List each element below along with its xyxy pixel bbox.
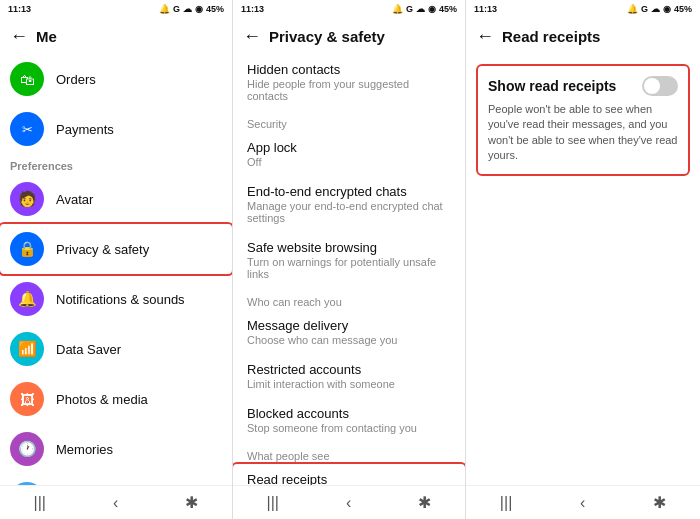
setting-safe-browsing[interactable]: Safe website browsing Turn on warnings f…: [233, 232, 465, 288]
privacy-label: Privacy & safety: [56, 242, 149, 257]
page-title-right: Read receipts: [502, 28, 600, 45]
setting-message-delivery[interactable]: Message delivery Choose who can message …: [233, 310, 465, 354]
time-mid: 11:13: [241, 4, 264, 14]
page-title-mid: Privacy & safety: [269, 28, 385, 45]
mid-scroll: Hidden contacts Hide people from your su…: [233, 54, 465, 485]
safe-browsing-title: Safe website browsing: [247, 240, 451, 255]
top-bar-right: ← Read receipts: [466, 18, 700, 54]
status-icons-mid: 🔔 G ☁ ◉ 45%: [392, 4, 457, 14]
nav-home-left[interactable]: ✱: [185, 493, 198, 512]
left-panel: 11:13 🔔 G ☁ ◉ 45% ← Me 🛍 Orders ✂ Paymen…: [0, 0, 233, 519]
section-security: Security: [233, 110, 465, 132]
blocked-sub: Stop someone from contacting you: [247, 422, 451, 434]
app-lock-sub: Off: [247, 156, 451, 168]
section-who-can-reach: Who can reach you: [233, 288, 465, 310]
status-bar-right: 11:13 🔔 G ☁ ◉ 45%: [466, 0, 700, 18]
e2e-title: End-to-end encrypted chats: [247, 184, 451, 199]
e2e-sub: Manage your end-to-end encrypted chat se…: [247, 200, 451, 224]
datasaver-label: Data Saver: [56, 342, 121, 357]
menu-item-datasaver[interactable]: 📶 Data Saver: [0, 324, 232, 374]
menu-item-payments[interactable]: ✂ Payments: [0, 104, 232, 154]
restricted-title: Restricted accounts: [247, 362, 451, 377]
read-receipts-box: Show read receipts People won't be able …: [476, 64, 690, 176]
orders-label: Orders: [56, 72, 96, 87]
bottom-nav-left: ||| ‹ ✱: [0, 485, 232, 519]
rr-toggle-label: Show read receipts: [488, 78, 616, 94]
rr-title-row: Show read receipts: [488, 76, 678, 96]
safe-browsing-sub: Turn on warnings for potentially unsafe …: [247, 256, 451, 280]
setting-e2e[interactable]: End-to-end encrypted chats Manage your e…: [233, 176, 465, 232]
privacy-icon: 🔒: [10, 232, 44, 266]
datasaver-icon: 📶: [10, 332, 44, 366]
nav-back-left[interactable]: ‹: [113, 494, 118, 512]
rr-toggle[interactable]: [642, 76, 678, 96]
app-lock-title: App lock: [247, 140, 451, 155]
time-left: 11:13: [8, 4, 31, 14]
message-delivery-title: Message delivery: [247, 318, 451, 333]
bottom-nav-mid: ||| ‹ ✱: [233, 485, 465, 519]
photos-icon: 🖼: [10, 382, 44, 416]
top-bar-mid: ← Privacy & safety: [233, 18, 465, 54]
chatheads-icon: 💬: [10, 482, 44, 485]
blocked-title: Blocked accounts: [247, 406, 451, 421]
section-preferences: Preferences: [0, 154, 232, 174]
nav-back-mid[interactable]: ‹: [346, 494, 351, 512]
page-title-left: Me: [36, 28, 57, 45]
setting-app-lock[interactable]: App lock Off: [233, 132, 465, 176]
status-bar-mid: 11:13 🔔 G ☁ ◉ 45%: [233, 0, 465, 18]
nav-home-right[interactable]: ✱: [653, 493, 666, 512]
nav-home-mid[interactable]: ✱: [418, 493, 431, 512]
memories-label: Memories: [56, 442, 113, 457]
payments-icon: ✂: [10, 112, 44, 146]
payments-label: Payments: [56, 122, 114, 137]
read-receipts-title: Read receipts: [247, 472, 451, 485]
restricted-sub: Limit interaction with someone: [247, 378, 451, 390]
message-delivery-sub: Choose who can message you: [247, 334, 451, 346]
menu-item-orders[interactable]: 🛍 Orders: [0, 54, 232, 104]
status-icons-left: 🔔 G ☁ ◉ 45%: [159, 4, 224, 14]
hidden-contacts-sub: Hide people from your suggested contacts: [247, 78, 451, 102]
bottom-nav-right: ||| ‹ ✱: [466, 485, 700, 519]
avatar-label: Avatar: [56, 192, 93, 207]
setting-read-receipts[interactable]: Read receipts Let people see you've read…: [233, 464, 465, 485]
setting-blocked[interactable]: Blocked accounts Stop someone from conta…: [233, 398, 465, 442]
menu-item-photos[interactable]: 🖼 Photos & media: [0, 374, 232, 424]
menu-item-privacy[interactable]: 🔒 Privacy & safety: [0, 224, 232, 274]
photos-label: Photos & media: [56, 392, 148, 407]
menu-item-notifications[interactable]: 🔔 Notifications & sounds: [0, 274, 232, 324]
right-scroll: Show read receipts People won't be able …: [466, 54, 700, 485]
avatar-icon: 🧑: [10, 182, 44, 216]
back-arrow-right[interactable]: ←: [476, 26, 494, 47]
status-bar-left: 11:13 🔔 G ☁ ◉ 45%: [0, 0, 232, 18]
left-scroll: 🛍 Orders ✂ Payments Preferences 🧑 Avatar…: [0, 54, 232, 485]
setting-hidden-contacts[interactable]: Hidden contacts Hide people from your su…: [233, 54, 465, 110]
nav-menu-left[interactable]: |||: [34, 494, 46, 512]
notifications-icon: 🔔: [10, 282, 44, 316]
memories-icon: 🕐: [10, 432, 44, 466]
time-right: 11:13: [474, 4, 497, 14]
top-bar-left: ← Me: [0, 18, 232, 54]
nav-menu-right[interactable]: |||: [500, 494, 512, 512]
back-arrow-mid[interactable]: ←: [243, 26, 261, 47]
hidden-contacts-title: Hidden contacts: [247, 62, 451, 77]
status-icons-right: 🔔 G ☁ ◉ 45%: [627, 4, 692, 14]
menu-item-avatar[interactable]: 🧑 Avatar: [0, 174, 232, 224]
back-arrow-left[interactable]: ←: [10, 26, 28, 47]
notifications-label: Notifications & sounds: [56, 292, 185, 307]
right-panel: 11:13 🔔 G ☁ ◉ 45% ← Read receipts Show r…: [466, 0, 700, 519]
section-what-people-see: What people see: [233, 442, 465, 464]
mid-panel: 11:13 🔔 G ☁ ◉ 45% ← Privacy & safety Hid…: [233, 0, 466, 519]
rr-description: People won't be able to see when you've …: [488, 102, 678, 164]
menu-item-memories[interactable]: 🕐 Memories: [0, 424, 232, 474]
setting-restricted[interactable]: Restricted accounts Limit interaction wi…: [233, 354, 465, 398]
menu-item-chatheads[interactable]: 💬 Chat heads: [0, 474, 232, 485]
nav-menu-mid[interactable]: |||: [267, 494, 279, 512]
orders-icon: 🛍: [10, 62, 44, 96]
nav-back-right[interactable]: ‹: [580, 494, 585, 512]
